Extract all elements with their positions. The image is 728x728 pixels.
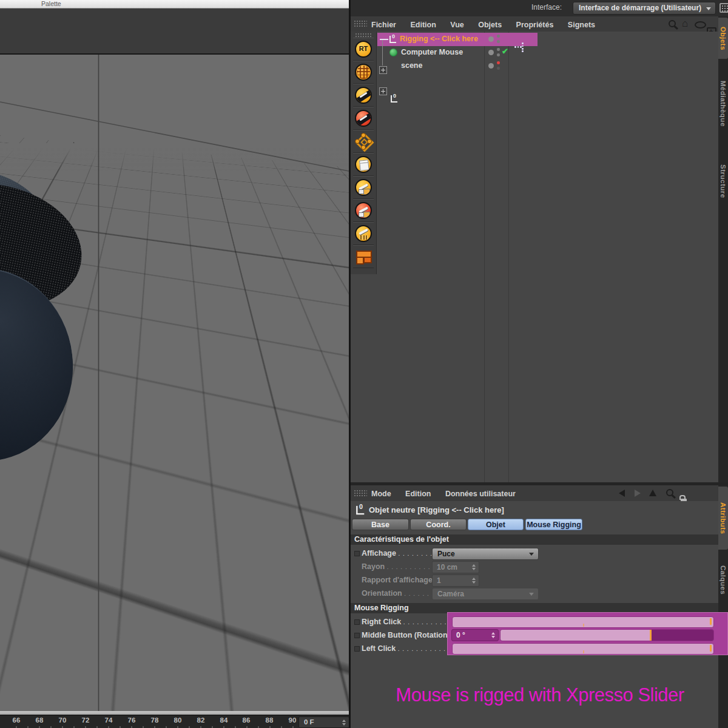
menu-objets[interactable]: Objets xyxy=(478,21,502,29)
paint-tool-yellow-button[interactable] xyxy=(353,84,374,107)
object-manager-menubar: Fichier Edition Vue Objets Propriétés Si… xyxy=(351,16,718,32)
slider-handle[interactable] xyxy=(710,618,712,625)
rigging-row-left-click: Left Click . . . . . . . . . . . . . xyxy=(351,643,448,654)
viewport-3d[interactable] xyxy=(0,55,349,711)
tree-row-label[interactable]: scene xyxy=(401,61,422,70)
back-icon[interactable] xyxy=(619,490,625,497)
menu-edition-attr[interactable]: Edition xyxy=(405,490,431,498)
middle-button-value: 0 ° xyxy=(456,630,465,640)
property-row-orientation: Orientation . . . . . . . Caméra xyxy=(351,588,718,599)
checkbox[interactable] xyxy=(354,619,360,625)
dome-knife-icon xyxy=(355,225,372,242)
xpresso-tag-icon[interactable] xyxy=(514,42,524,52)
render-tool-button[interactable]: RT xyxy=(353,38,374,61)
middle-button-slider[interactable] xyxy=(500,629,714,641)
checkbox[interactable] xyxy=(354,633,360,638)
blocks-tool-button[interactable] xyxy=(353,245,374,268)
menu-mode[interactable]: Mode xyxy=(371,490,391,498)
spinner-icon[interactable] xyxy=(491,632,496,638)
render-dot[interactable] xyxy=(497,40,500,43)
cube-tool-button[interactable] xyxy=(353,153,374,176)
visibility-dot[interactable] xyxy=(488,36,494,42)
menu-vue[interactable]: Vue xyxy=(450,21,463,29)
slider-handle[interactable] xyxy=(710,645,712,652)
spinner-icon[interactable] xyxy=(472,564,476,570)
render-dot[interactable] xyxy=(497,67,500,70)
tab-mouse-rigging[interactable]: Mouse Rigging xyxy=(525,519,582,530)
chevron-down-icon xyxy=(706,7,711,10)
orientation-dropdown[interactable]: Caméra xyxy=(432,588,539,600)
null-object-icon: 0 xyxy=(355,505,365,515)
checkbox[interactable] xyxy=(354,551,360,556)
wireframe-sphere-button[interactable] xyxy=(353,61,374,84)
tab-base[interactable]: Base xyxy=(352,519,409,530)
palette-title: Palette xyxy=(41,0,61,8)
filter-up-icon[interactable] xyxy=(649,490,656,496)
menu-proprietes[interactable]: Propriétés xyxy=(516,21,554,29)
forward-icon[interactable] xyxy=(635,490,641,497)
panel-grip-handle[interactable] xyxy=(354,490,367,497)
side-tab-calques[interactable]: Calques xyxy=(718,552,728,608)
rayon-value: 10 cm xyxy=(437,562,457,572)
menu-fichier[interactable]: Fichier xyxy=(371,21,396,29)
side-tab-objets[interactable]: Objets xyxy=(718,18,728,59)
eye-icon[interactable] xyxy=(695,21,706,29)
slider-center-tick xyxy=(583,624,584,627)
middle-button-value-field[interactable]: 0 ° xyxy=(451,629,499,641)
search-icon[interactable] xyxy=(669,20,676,27)
tree-row-label[interactable]: Computer Mouse xyxy=(401,48,463,56)
dome-knife-button[interactable] xyxy=(353,222,374,245)
editor-dot[interactable] xyxy=(497,48,500,51)
selection-group-button[interactable] xyxy=(353,130,374,153)
attribute-tabs: Base Coord. Objet Mouse Rigging xyxy=(351,519,718,530)
knife-tool-yellow-button[interactable] xyxy=(353,176,374,199)
menu-signets[interactable]: Signets xyxy=(568,21,595,29)
object-manager-body: 0 Rigging <-- Click here Computer Mouse … xyxy=(351,32,718,482)
search-icon[interactable] xyxy=(666,489,673,496)
property-row-rapport: Rapport d'affichage 1 xyxy=(351,575,718,585)
right-click-slider[interactable] xyxy=(452,616,714,628)
tab-coord[interactable]: Coord. xyxy=(410,519,467,530)
expand-icon[interactable] xyxy=(379,66,387,74)
menu-donnees-utilisateur[interactable]: Données utilisateur xyxy=(445,490,516,498)
tree-row-label[interactable]: Rigging <-- Click here xyxy=(400,35,478,43)
rigging-label: Middle Button (Rotation) xyxy=(362,631,450,639)
panel-grip-handle[interactable] xyxy=(354,20,367,28)
tab-objet[interactable]: Objet xyxy=(468,519,524,530)
ruler-label: 76 xyxy=(125,716,138,724)
menu-edition[interactable]: Edition xyxy=(410,21,436,29)
frame-spinner-icon[interactable] xyxy=(342,720,346,726)
left-click-slider[interactable] xyxy=(452,643,714,655)
dock-window-icon[interactable] xyxy=(720,3,728,13)
interface-dropdown[interactable]: Interface de démarrage (Utilisateur) xyxy=(573,2,716,15)
ruler-label: 66 xyxy=(10,716,23,724)
current-frame-value: 0 F xyxy=(304,718,314,727)
editor-dot[interactable] xyxy=(497,35,500,38)
home-icon[interactable]: ⌂ xyxy=(682,19,688,28)
rt-icon: RT xyxy=(356,42,371,56)
rayon-field[interactable]: 10 cm xyxy=(432,561,479,573)
timeline-ruler[interactable]: 66 68 70 72 74 76 78 80 82 84 86 88 90 xyxy=(0,715,349,728)
spinner-icon[interactable] xyxy=(472,578,476,584)
paint-brush-red-icon xyxy=(355,110,372,127)
visibility-dot[interactable] xyxy=(488,63,494,69)
checkbox[interactable] xyxy=(354,646,360,652)
check-icon[interactable]: ✔ xyxy=(502,47,508,56)
affichage-dropdown[interactable]: Puce xyxy=(432,548,539,560)
computer-mouse-object-icon xyxy=(389,49,397,56)
knife-tool-red-button[interactable] xyxy=(353,199,374,222)
rapport-field[interactable]: 1 xyxy=(432,575,479,587)
panel-grip-handle[interactable] xyxy=(355,33,372,37)
red-dot-icon[interactable] xyxy=(497,61,500,64)
visibility-dot[interactable] xyxy=(488,50,494,55)
expand-icon[interactable] xyxy=(379,87,387,95)
side-tab-mediatheque[interactable]: Médiathèque xyxy=(718,61,728,146)
paint-tool-red-button[interactable] xyxy=(353,107,374,130)
slider-fill[interactable] xyxy=(500,630,652,641)
side-tab-attributs[interactable]: Attributs xyxy=(718,487,728,550)
chevron-down-icon xyxy=(529,593,534,596)
render-dot[interactable] xyxy=(497,53,500,56)
current-frame-field[interactable]: 0 F xyxy=(298,716,349,728)
property-row-affichage: Affichage . . . . . . . . . Puce xyxy=(351,548,718,559)
side-tab-structure[interactable]: Structure xyxy=(718,149,728,214)
